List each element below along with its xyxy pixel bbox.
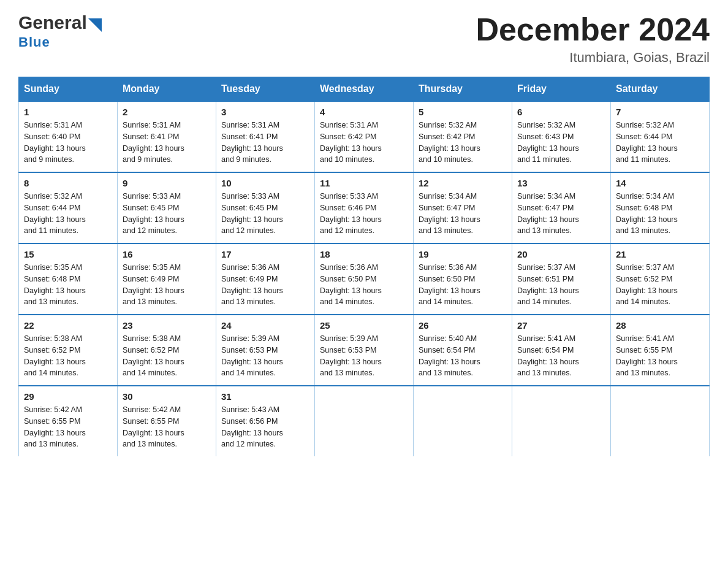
title-section: December 2024 Itumbiara, Goias, Brazil [476, 12, 710, 66]
day-cell [315, 386, 414, 456]
header-thursday: Thursday [414, 77, 512, 102]
day-cell: 17 Sunrise: 5:36 AM Sunset: 6:49 PM Dayl… [216, 243, 315, 315]
day-number: 23 [123, 320, 211, 331]
day-number: 8 [24, 178, 112, 188]
day-info: Sunrise: 5:34 AM Sunset: 6:47 PM Dayligh… [517, 191, 605, 237]
day-number: 21 [616, 249, 704, 259]
day-info: Sunrise: 5:40 AM Sunset: 6:54 PM Dayligh… [419, 333, 507, 379]
day-info: Sunrise: 5:41 AM Sunset: 6:54 PM Dayligh… [517, 333, 605, 379]
day-cell: 11 Sunrise: 5:33 AM Sunset: 6:46 PM Dayl… [315, 172, 414, 243]
day-number: 6 [517, 107, 605, 117]
week-row-3: 15 Sunrise: 5:35 AM Sunset: 6:48 PM Dayl… [19, 243, 710, 315]
week-row-4: 22 Sunrise: 5:38 AM Sunset: 6:52 PM Dayl… [19, 315, 710, 386]
day-cell: 25 Sunrise: 5:39 AM Sunset: 6:53 PM Dayl… [315, 315, 414, 386]
day-number: 22 [24, 320, 112, 331]
day-info: Sunrise: 5:31 AM Sunset: 6:42 PM Dayligh… [320, 120, 408, 166]
day-info: Sunrise: 5:32 AM Sunset: 6:42 PM Dayligh… [419, 120, 507, 166]
week-row-5: 29 Sunrise: 5:42 AM Sunset: 6:55 PM Dayl… [19, 386, 710, 456]
svg-marker-0 [88, 18, 102, 32]
day-info: Sunrise: 5:39 AM Sunset: 6:53 PM Dayligh… [320, 333, 408, 379]
day-number: 31 [221, 391, 309, 402]
day-number: 14 [616, 178, 704, 188]
day-info: Sunrise: 5:31 AM Sunset: 6:40 PM Dayligh… [24, 120, 112, 166]
day-number: 28 [616, 320, 704, 331]
day-cell: 26 Sunrise: 5:40 AM Sunset: 6:54 PM Dayl… [414, 315, 512, 386]
day-cell: 8 Sunrise: 5:32 AM Sunset: 6:44 PM Dayli… [19, 172, 118, 243]
day-info: Sunrise: 5:35 AM Sunset: 6:48 PM Dayligh… [24, 262, 112, 308]
day-cell [611, 386, 710, 456]
day-info: Sunrise: 5:33 AM Sunset: 6:46 PM Dayligh… [320, 191, 408, 237]
day-cell: 20 Sunrise: 5:37 AM Sunset: 6:51 PM Dayl… [512, 243, 611, 315]
day-number: 5 [419, 107, 507, 117]
day-cell: 28 Sunrise: 5:41 AM Sunset: 6:55 PM Dayl… [611, 315, 710, 386]
day-info: Sunrise: 5:37 AM Sunset: 6:52 PM Dayligh… [616, 262, 704, 308]
day-number: 12 [419, 178, 507, 188]
day-info: Sunrise: 5:32 AM Sunset: 6:44 PM Dayligh… [616, 120, 704, 166]
day-info: Sunrise: 5:34 AM Sunset: 6:47 PM Dayligh… [419, 191, 507, 237]
day-cell: 9 Sunrise: 5:33 AM Sunset: 6:45 PM Dayli… [118, 172, 216, 243]
day-info: Sunrise: 5:34 AM Sunset: 6:48 PM Dayligh… [616, 191, 704, 237]
day-info: Sunrise: 5:31 AM Sunset: 6:41 PM Dayligh… [123, 120, 211, 166]
header-wednesday: Wednesday [315, 77, 414, 102]
day-cell: 29 Sunrise: 5:42 AM Sunset: 6:55 PM Dayl… [19, 386, 118, 456]
day-number: 18 [320, 249, 408, 259]
day-info: Sunrise: 5:38 AM Sunset: 6:52 PM Dayligh… [24, 333, 112, 379]
page-header: General Blue December 2024 Itumbiara, Go… [18, 12, 710, 66]
day-number: 1 [24, 107, 112, 117]
day-info: Sunrise: 5:37 AM Sunset: 6:51 PM Dayligh… [517, 262, 605, 308]
calendar-table: SundayMondayTuesdayWednesdayThursdayFrid… [18, 77, 710, 456]
day-number: 27 [517, 320, 605, 331]
day-info: Sunrise: 5:33 AM Sunset: 6:45 PM Dayligh… [123, 191, 211, 237]
day-cell: 3 Sunrise: 5:31 AM Sunset: 6:41 PM Dayli… [216, 101, 315, 172]
day-number: 25 [320, 320, 408, 331]
logo-blue-text: Blue [18, 34, 50, 50]
day-number: 11 [320, 178, 408, 188]
day-cell: 15 Sunrise: 5:35 AM Sunset: 6:48 PM Dayl… [19, 243, 118, 315]
day-number: 26 [419, 320, 507, 331]
day-cell: 21 Sunrise: 5:37 AM Sunset: 6:52 PM Dayl… [611, 243, 710, 315]
day-number: 29 [24, 391, 112, 402]
day-cell: 22 Sunrise: 5:38 AM Sunset: 6:52 PM Dayl… [19, 315, 118, 386]
header-tuesday: Tuesday [216, 77, 315, 102]
header-saturday: Saturday [611, 77, 710, 102]
day-cell: 10 Sunrise: 5:33 AM Sunset: 6:45 PM Dayl… [216, 172, 315, 243]
day-info: Sunrise: 5:43 AM Sunset: 6:56 PM Dayligh… [221, 404, 309, 450]
day-number: 24 [221, 320, 309, 331]
day-info: Sunrise: 5:39 AM Sunset: 6:53 PM Dayligh… [221, 333, 309, 379]
header-monday: Monday [118, 77, 216, 102]
day-cell: 6 Sunrise: 5:32 AM Sunset: 6:43 PM Dayli… [512, 101, 611, 172]
day-cell: 24 Sunrise: 5:39 AM Sunset: 6:53 PM Dayl… [216, 315, 315, 386]
day-cell: 7 Sunrise: 5:32 AM Sunset: 6:44 PM Dayli… [611, 101, 710, 172]
day-cell: 16 Sunrise: 5:35 AM Sunset: 6:49 PM Dayl… [118, 243, 216, 315]
logo: General Blue [18, 12, 102, 50]
day-info: Sunrise: 5:32 AM Sunset: 6:44 PM Dayligh… [24, 191, 112, 237]
day-cell: 14 Sunrise: 5:34 AM Sunset: 6:48 PM Dayl… [611, 172, 710, 243]
day-info: Sunrise: 5:36 AM Sunset: 6:49 PM Dayligh… [221, 262, 309, 308]
day-cell: 4 Sunrise: 5:31 AM Sunset: 6:42 PM Dayli… [315, 101, 414, 172]
day-cell: 27 Sunrise: 5:41 AM Sunset: 6:54 PM Dayl… [512, 315, 611, 386]
day-number: 7 [616, 107, 704, 117]
day-info: Sunrise: 5:42 AM Sunset: 6:55 PM Dayligh… [24, 404, 112, 450]
day-info: Sunrise: 5:36 AM Sunset: 6:50 PM Dayligh… [419, 262, 507, 308]
day-cell: 1 Sunrise: 5:31 AM Sunset: 6:40 PM Dayli… [19, 101, 118, 172]
day-number: 10 [221, 178, 309, 188]
day-number: 15 [24, 249, 112, 259]
calendar-title: December 2024 [476, 12, 710, 47]
day-number: 17 [221, 249, 309, 259]
day-number: 3 [221, 107, 309, 117]
day-cell: 2 Sunrise: 5:31 AM Sunset: 6:41 PM Dayli… [118, 101, 216, 172]
day-info: Sunrise: 5:35 AM Sunset: 6:49 PM Dayligh… [123, 262, 211, 308]
week-row-2: 8 Sunrise: 5:32 AM Sunset: 6:44 PM Dayli… [19, 172, 710, 243]
day-cell: 18 Sunrise: 5:36 AM Sunset: 6:50 PM Dayl… [315, 243, 414, 315]
day-cell: 19 Sunrise: 5:36 AM Sunset: 6:50 PM Dayl… [414, 243, 512, 315]
header-sunday: Sunday [19, 77, 118, 102]
day-cell: 12 Sunrise: 5:34 AM Sunset: 6:47 PM Dayl… [414, 172, 512, 243]
day-number: 9 [123, 178, 211, 188]
week-row-1: 1 Sunrise: 5:31 AM Sunset: 6:40 PM Dayli… [19, 101, 710, 172]
day-cell [414, 386, 512, 456]
day-info: Sunrise: 5:36 AM Sunset: 6:50 PM Dayligh… [320, 262, 408, 308]
day-number: 16 [123, 249, 211, 259]
day-info: Sunrise: 5:32 AM Sunset: 6:43 PM Dayligh… [517, 120, 605, 166]
day-cell [512, 386, 611, 456]
day-number: 19 [419, 249, 507, 259]
